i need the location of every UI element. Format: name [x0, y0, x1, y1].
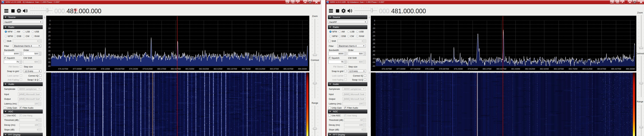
svg-text:-30: -30 — [372, 42, 375, 44]
svg-text:-25: -25 — [48, 39, 50, 41]
svg-text:481.500M: 481.500M — [511, 68, 520, 70]
svg-text:480.375M: 480.375M — [482, 68, 491, 70]
svg-text:483.750M: 483.750M — [568, 68, 577, 70]
svg-text:-45: -45 — [372, 54, 375, 56]
svg-text:480.9375M: 480.9375M — [171, 68, 181, 70]
svg-text:-20: -20 — [372, 35, 375, 37]
svg-text:477.5625M: 477.5625M — [86, 68, 96, 70]
svg-text:477.000M: 477.000M — [396, 68, 405, 70]
svg-text:486.000M: 486.000M — [298, 68, 307, 70]
svg-text:480.9375M: 480.9375M — [496, 68, 506, 70]
svg-text:478.125M: 478.125M — [425, 68, 434, 70]
svg-text:478.125M: 478.125M — [101, 68, 110, 70]
svg-text:483.750M: 483.750M — [242, 68, 250, 70]
svg-text:479.8125M: 479.8125M — [142, 68, 152, 70]
svg-text:478.6875M: 478.6875M — [114, 68, 124, 70]
svg-text:-55: -55 — [48, 61, 50, 63]
svg-text:480.375M: 480.375M — [157, 68, 166, 70]
svg-text:484.875M: 484.875M — [597, 68, 606, 70]
svg-text:479.8125M: 479.8125M — [468, 68, 478, 70]
svg-text:482.625M: 482.625M — [214, 68, 222, 70]
svg-text:-10: -10 — [372, 27, 375, 29]
svg-text:477.5625M: 477.5625M — [410, 68, 420, 70]
svg-text:482.0625M: 482.0625M — [525, 68, 535, 70]
svg-text:-10: -10 — [48, 27, 50, 29]
svg-text:476.4375M: 476.4375M — [382, 68, 392, 70]
svg-text:484.3125M: 484.3125M — [255, 68, 265, 70]
svg-text:483.1875M: 483.1875M — [554, 68, 564, 70]
svg-text:-25: -25 — [372, 39, 375, 41]
svg-text:-50: -50 — [48, 57, 50, 60]
svg-text:-50: -50 — [372, 57, 375, 60]
svg-text:478.6875M: 478.6875M — [439, 68, 449, 70]
svg-text:-15: -15 — [372, 31, 375, 33]
svg-text:-35: -35 — [372, 46, 375, 48]
svg-text:477.000M: 477.000M — [73, 68, 82, 70]
svg-text:-60: -60 — [372, 65, 375, 67]
svg-text:476.4375M: 476.4375M — [58, 68, 68, 70]
svg-text:-5: -5 — [374, 23, 375, 25]
svg-text:-60: -60 — [48, 65, 50, 67]
svg-text:485.4375M: 485.4375M — [611, 68, 621, 70]
svg-text:484.3125M: 484.3125M — [582, 68, 592, 70]
svg-text:483.1875M: 483.1875M — [227, 68, 237, 70]
svg-text:482.625M: 482.625M — [540, 68, 548, 70]
svg-text:481.500M: 481.500M — [185, 68, 194, 70]
svg-text:486.000M: 486.000M — [626, 68, 634, 70]
svg-text:0: 0 — [50, 20, 50, 22]
svg-text:479.250M: 479.250M — [454, 68, 462, 70]
svg-text:-15: -15 — [48, 31, 50, 33]
svg-text:482.0625M: 482.0625M — [199, 68, 209, 70]
svg-text:-40: -40 — [372, 50, 375, 52]
svg-text:-40: -40 — [48, 50, 50, 52]
svg-text:-35: -35 — [48, 46, 50, 48]
svg-text:-30: -30 — [48, 42, 50, 44]
svg-text:484.875M: 484.875M — [270, 68, 278, 70]
svg-text:-45: -45 — [48, 54, 50, 56]
svg-text:-55: -55 — [372, 61, 375, 63]
svg-text:0: 0 — [374, 20, 375, 22]
svg-text:-5: -5 — [49, 23, 50, 25]
svg-text:-20: -20 — [48, 35, 50, 37]
svg-text:485.4375M: 485.4375M — [283, 68, 293, 70]
svg-text:479.250M: 479.250M — [129, 68, 138, 70]
